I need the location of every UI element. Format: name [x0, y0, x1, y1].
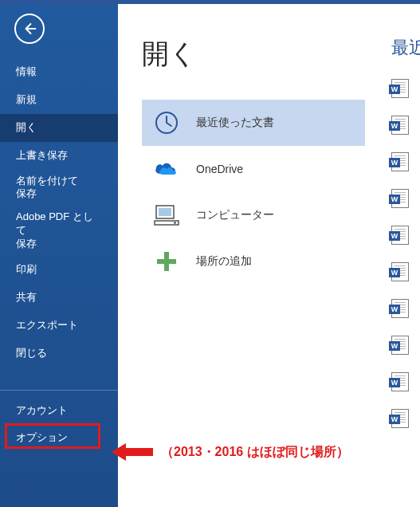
annotation: （2013・2016 はほぼ同じ場所）	[112, 442, 349, 462]
sidebar-item-account[interactable]: アカウント	[0, 397, 118, 425]
sidebar-item-export[interactable]: エクスポート	[0, 312, 118, 340]
word-document-icon[interactable]: W	[391, 226, 409, 245]
add-icon	[153, 248, 180, 275]
sidebar-item-close[interactable]: 閉じる	[0, 340, 118, 367]
svg-rect-2	[159, 208, 171, 216]
computer-icon	[153, 202, 180, 229]
open-location-computer[interactable]: コンピューター	[142, 192, 365, 238]
sidebar-item-saveas[interactable]: 名前を付けて保存	[0, 170, 118, 206]
word-document-icon[interactable]: W	[391, 299, 409, 318]
content-area: 開く 最近使った文書OneDriveコンピューター場所の追加 最近 WWWWWW…	[118, 4, 420, 507]
word-document-icon[interactable]: W	[391, 116, 409, 135]
backstage-view: 情報新規開く上書き保存名前を付けて保存Adobe PDF として保存印刷共有エク…	[0, 4, 420, 507]
sidebar-item-options[interactable]: オプション	[0, 424, 118, 452]
word-document-icon[interactable]: W	[391, 152, 409, 171]
annotation-text: （2013・2016 はほぼ同じ場所）	[161, 444, 349, 461]
arrow-left-icon	[112, 442, 153, 462]
open-location-add[interactable]: 場所の追加	[142, 238, 365, 285]
word-document-icon[interactable]: W	[391, 262, 409, 281]
onedrive-icon	[153, 155, 180, 183]
word-document-icon[interactable]: W	[391, 79, 409, 98]
clock-icon	[153, 109, 180, 136]
recent-column: 最近 WWWWWWWWWW	[391, 36, 420, 446]
word-document-icon[interactable]: W	[391, 372, 409, 391]
back-arrow-icon	[22, 22, 37, 36]
sidebar-item-open[interactable]: 開く	[0, 114, 118, 142]
sidebar-item-share[interactable]: 共有	[0, 284, 118, 312]
word-document-icon[interactable]: W	[391, 189, 409, 208]
recent-title: 最近	[391, 36, 420, 60]
sidebar-item-save[interactable]: 上書き保存	[0, 142, 118, 170]
open-location-onedrive[interactable]: OneDrive	[142, 146, 365, 192]
open-location-clock[interactable]: 最近使った文書	[142, 100, 365, 146]
sidebar-item-new[interactable]: 新規	[0, 86, 118, 114]
word-document-icon[interactable]: W	[391, 336, 409, 355]
sidebar: 情報新規開く上書き保存名前を付けて保存Adobe PDF として保存印刷共有エク…	[0, 4, 118, 507]
svg-rect-4	[174, 222, 176, 224]
sidebar-item-print[interactable]: 印刷	[0, 256, 118, 284]
open-location-label: 場所の追加	[196, 254, 252, 269]
highlight-box	[5, 423, 100, 449]
page-title: 開く	[142, 36, 420, 73]
svg-marker-7	[112, 443, 153, 461]
word-document-icon[interactable]: W	[391, 409, 409, 428]
open-locations-list: 最近使った文書OneDriveコンピューター場所の追加	[142, 100, 365, 285]
sidebar-item-adobepdf[interactable]: Adobe PDF として保存	[0, 206, 118, 256]
open-location-label: OneDrive	[196, 163, 243, 175]
back-button[interactable]	[14, 14, 45, 44]
sidebar-item-info[interactable]: 情報	[0, 58, 118, 86]
open-location-label: 最近使った文書	[196, 116, 274, 130]
sidebar-divider	[0, 390, 118, 391]
svg-rect-6	[157, 259, 176, 264]
open-location-label: コンピューター	[196, 208, 274, 222]
